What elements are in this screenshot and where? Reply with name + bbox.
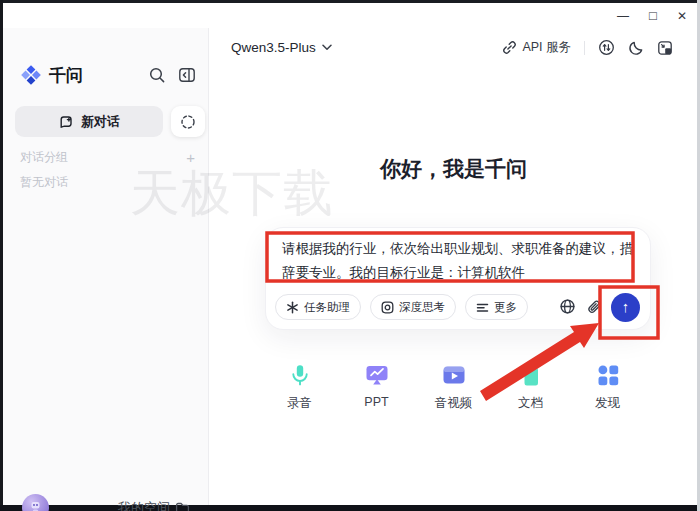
link-icon	[502, 40, 517, 55]
grid-icon	[595, 362, 621, 388]
feature-label: 录音	[287, 395, 312, 412]
folder-icon	[175, 501, 190, 511]
feature-label: 文档	[518, 395, 543, 412]
qwen-logo-icon	[20, 64, 42, 86]
minimize-button[interactable]: —	[617, 10, 629, 22]
user-avatar[interactable]	[22, 494, 49, 511]
model-name: Qwen3.5-Plus	[231, 40, 316, 55]
feature-document[interactable]: 文档	[499, 362, 562, 412]
greeting-heading: 你好，我是千问	[210, 155, 697, 183]
presentation-icon	[364, 362, 390, 388]
dashed-circle-icon	[180, 114, 196, 130]
window-controls: — □ ✕	[617, 3, 687, 28]
feature-audio-video[interactable]: 音视频	[422, 362, 485, 412]
prompt-input[interactable]: 请根据我的行业，依次给出职业规划、求职准备的建议，措 辞要专业。我的目标行业是：…	[282, 237, 638, 285]
microphone-icon	[287, 362, 313, 388]
api-service-label: API 服务	[522, 39, 571, 56]
chevron-down-icon	[322, 44, 332, 51]
no-conversation-label: 暂无对话	[20, 174, 68, 191]
more-label: 更多	[494, 300, 517, 315]
feature-label: PPT	[364, 395, 388, 409]
deep-thinking-icon	[381, 301, 394, 314]
mini-window-icon[interactable]	[657, 40, 673, 56]
deep-thinking-label: 深度思考	[399, 300, 445, 315]
composer-card: 请根据我的行业，依次给出职业规划、求职准备的建议，措 辞要专业。我的目标行业是：…	[265, 227, 651, 330]
video-play-icon	[441, 362, 467, 388]
main-area: Qwen3.5-Plus API 服务	[210, 28, 697, 505]
feature-ppt[interactable]: PPT	[345, 362, 408, 412]
feature-shortcuts: 录音 PPT	[210, 362, 697, 412]
composer-pills: 任务助理 深度思考	[275, 294, 528, 320]
prompt-line-2: 辞要专业。我的目标行业是：计算机软件	[282, 261, 638, 285]
globe-icon[interactable]	[559, 298, 576, 315]
chat-plus-icon	[58, 114, 74, 130]
header-actions: API 服务	[502, 39, 673, 56]
conversation-group-label: 对话分组	[20, 149, 68, 166]
deep-thinking-pill[interactable]: 深度思考	[370, 294, 456, 320]
prompt-line-1: 请根据我的行业，依次给出职业规划、求职准备的建议，措	[282, 237, 638, 261]
paperclip-icon[interactable]	[586, 299, 602, 315]
model-selector[interactable]: Qwen3.5-Plus	[231, 40, 332, 55]
dark-mode-moon-icon[interactable]	[628, 40, 644, 56]
qwen-app-window: — □ ✕ 千问	[0, 0, 700, 511]
brand-name: 千问	[49, 64, 83, 87]
api-service-link[interactable]: API 服务	[502, 39, 571, 56]
my-space-label: 我的空间	[118, 499, 170, 511]
my-space-link[interactable]: 我的空间	[118, 499, 190, 511]
maximize-button[interactable]: □	[649, 9, 657, 22]
more-lines-icon	[476, 301, 489, 314]
send-button[interactable]: ↑	[611, 293, 640, 322]
close-button[interactable]: ✕	[677, 10, 687, 22]
composer-tools	[559, 298, 602, 315]
title-bar: — □ ✕	[3, 3, 697, 28]
sidebar: 千问 新对话	[3, 28, 209, 505]
feature-label: 发现	[595, 395, 620, 412]
feature-discover[interactable]: 发现	[576, 362, 639, 412]
header-divider	[584, 41, 585, 55]
temporary-chat-button[interactable]	[171, 106, 205, 137]
collapse-sidebar-icon[interactable]	[178, 66, 196, 84]
document-icon	[518, 362, 544, 388]
feature-label: 音视频	[435, 395, 473, 412]
new-chat-label: 新对话	[81, 113, 120, 131]
task-assistant-pill[interactable]: 任务助理	[275, 294, 361, 320]
search-icon[interactable]	[148, 66, 166, 84]
more-pill[interactable]: 更多	[465, 294, 528, 320]
new-chat-button[interactable]: 新对话	[15, 106, 163, 137]
add-group-icon[interactable]: +	[186, 150, 195, 165]
conversation-group-row: 对话分组 +	[20, 149, 195, 166]
send-arrow-icon: ↑	[622, 299, 630, 314]
sparkle-icon	[286, 301, 299, 314]
window-edge-bottom	[0, 505, 700, 511]
task-assistant-label: 任务助理	[304, 300, 350, 315]
feature-voice-record[interactable]: 录音	[268, 362, 331, 412]
version-update-icon[interactable]	[598, 39, 615, 56]
